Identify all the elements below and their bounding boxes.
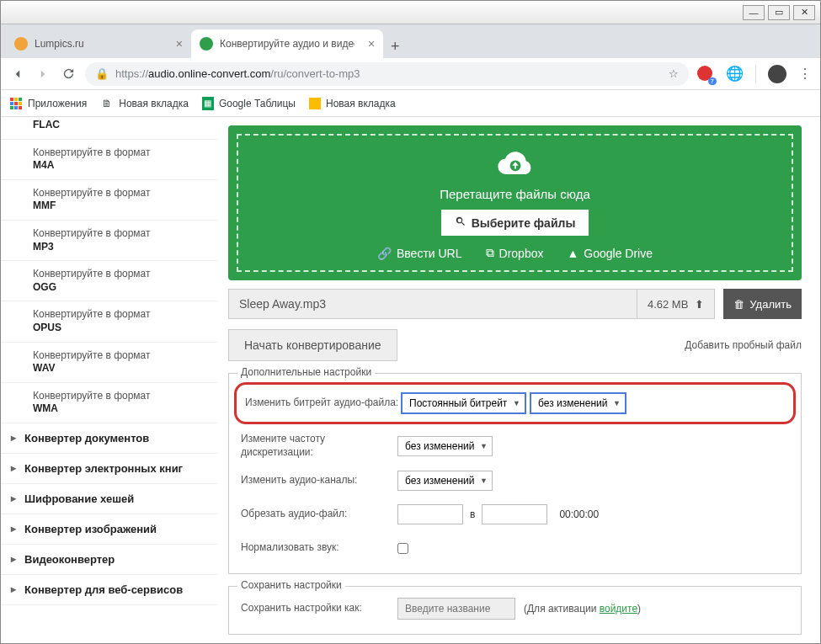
sidebar-cat-images[interactable]: Конвертер изображений — [1, 514, 218, 545]
profile-avatar[interactable] — [768, 65, 786, 83]
trim-end-input[interactable] — [482, 504, 547, 524]
channels-select[interactable]: без изменений — [397, 471, 493, 491]
upload-icon: ⬆ — [695, 298, 704, 311]
sidebar-cat-video[interactable]: Видеоконвертер — [1, 545, 218, 575]
add-test-file-link[interactable]: Добавить пробный файл — [685, 339, 802, 351]
link-label: Dropbox — [499, 247, 544, 260]
svg-rect-1 — [14, 98, 18, 101]
svg-rect-3 — [10, 102, 13, 105]
url-path: /ru/convert-to-mp3 — [270, 67, 360, 80]
bitrate-mode-select[interactable]: Постоянный битрейт — [402, 393, 525, 413]
bookmark-sheets[interactable]: ▦Google Таблицы — [202, 97, 296, 110]
url-protocol: https:// — [115, 67, 148, 80]
save-name-input[interactable] — [397, 598, 515, 620]
gdrive-link[interactable]: ▲Google Drive — [567, 246, 653, 260]
trim-start-input[interactable] — [397, 504, 463, 524]
fieldset-legend: Сохранить настройки — [237, 579, 345, 591]
close-tab-icon[interactable]: × — [176, 37, 183, 51]
sidebar-item-mmf[interactable]: Конвертируйте в форматMMF — [1, 180, 218, 221]
reload-button[interactable] — [60, 66, 77, 82]
svg-rect-5 — [19, 102, 22, 105]
bookmarks-bar: Приложения 🗎Новая вкладка ▦Google Таблиц… — [1, 90, 820, 117]
divider — [755, 65, 756, 83]
close-window-button[interactable]: ✕ — [793, 5, 815, 20]
dropzone-text: Перетащите файлы сюда — [247, 187, 783, 201]
back-button[interactable] — [9, 66, 26, 82]
sidebar-item-ogg[interactable]: Конвертируйте в форматOGG — [1, 261, 218, 301]
enter-url-link[interactable]: 🔗Ввести URL — [377, 246, 462, 260]
bookmark-label: Google Таблицы — [219, 98, 296, 109]
choose-files-button[interactable]: Выберите файлы — [441, 210, 589, 236]
sidebar-cat-documents[interactable]: Конвертер документов — [1, 423, 218, 454]
svg-rect-6 — [10, 106, 13, 109]
forward-button[interactable] — [35, 66, 51, 82]
generic-icon — [309, 98, 321, 109]
bitrate-label: Изменить битрейт аудио-файла: — [245, 397, 402, 410]
trim-separator: в — [470, 508, 475, 520]
highlight-annotation: Изменить битрейт аудио-файла: Постоянный… — [234, 382, 796, 424]
file-size: 4.62 MB⬆ — [637, 290, 714, 318]
activation-note: (Для активации войдите) — [524, 603, 641, 615]
svg-rect-0 — [10, 98, 13, 101]
dropzone[interactable]: Перетащите файлы сюда Выберите файлы 🔗Вв… — [228, 125, 802, 280]
dropbox-link[interactable]: ⧉Dropbox — [486, 246, 544, 260]
normalize-checkbox[interactable] — [397, 543, 408, 554]
channels-label: Изменить аудио-каналы: — [241, 474, 397, 487]
browser-tabs: Lumpics.ru × Конвертируйте аудио и видео… — [1, 24, 820, 58]
close-tab-icon[interactable]: × — [368, 37, 375, 51]
save-name-label: Сохранить настройки как: — [241, 602, 397, 615]
login-link[interactable]: войдите — [600, 603, 637, 615]
svg-rect-2 — [19, 98, 22, 101]
minimize-button[interactable]: — — [743, 5, 765, 20]
new-tab-button[interactable]: + — [383, 35, 407, 58]
apps-icon — [9, 97, 23, 110]
samplerate-select[interactable]: без изменений — [397, 436, 493, 456]
tab-title: Конвертируйте аудио и видео в — [220, 38, 355, 50]
bookmark-newtab1[interactable]: 🗎Новая вкладка — [100, 97, 189, 110]
trim-label: Обрезать аудио-файл: — [241, 508, 397, 521]
advanced-settings-fieldset: Дополнительные настройки Изменить битрей… — [228, 373, 802, 574]
bookmark-label: Новая вкладка — [119, 98, 189, 109]
sidebar-cat-web[interactable]: Конвертер для веб-сервисов — [1, 575, 218, 605]
sidebar-item-wma[interactable]: Конвертируйте в форматWMA — [1, 383, 218, 423]
bookmark-newtab2[interactable]: Новая вкладка — [309, 98, 396, 109]
browser-tab-convert[interactable]: Конвертируйте аудио и видео в × — [191, 29, 383, 58]
svg-rect-4 — [14, 102, 18, 105]
uploaded-file-row: Sleep Away.mp3 4.62 MB⬆ — [228, 289, 715, 319]
window-title-bar: — ▭ ✕ — [1, 1, 820, 24]
url-host: audio.online-convert.com — [148, 67, 270, 80]
delete-button[interactable]: 🗑Удалить — [723, 289, 802, 319]
tab-title: Lumpics.ru — [35, 38, 84, 50]
maximize-button[interactable]: ▭ — [768, 5, 790, 20]
link-icon: 🔗 — [377, 247, 392, 260]
lock-icon: 🔒 — [95, 67, 109, 80]
link-label: Google Drive — [584, 247, 653, 260]
url-input[interactable]: 🔒 https://audio.online-convert.com/ru/co… — [85, 62, 689, 86]
normalize-label: Нормализовать звук: — [241, 541, 397, 555]
main-content: Перетащите файлы сюда Выберите файлы 🔗Вв… — [218, 117, 820, 643]
bookmark-label: Новая вкладка — [326, 98, 396, 109]
sheets-icon: ▦ — [202, 97, 214, 110]
save-settings-fieldset: Сохранить настройки Сохранить настройки … — [228, 586, 802, 635]
fieldset-legend: Дополнительные настройки — [237, 366, 375, 378]
browser-tab-lumpics[interactable]: Lumpics.ru × — [6, 29, 191, 58]
extension-icon[interactable]: 7 — [697, 66, 714, 82]
samplerate-label: Измените частоту дискретизации: — [241, 433, 397, 459]
address-bar: 🔒 https://audio.online-convert.com/ru/co… — [1, 58, 820, 90]
menu-icon[interactable]: ⋮ — [798, 66, 812, 82]
sidebar-item-truncated[interactable]: FLAC — [1, 117, 218, 140]
start-convert-button[interactable]: Начать конвертирование — [228, 329, 397, 361]
sidebar-item-opus[interactable]: Конвертируйте в форматOPUS — [1, 301, 218, 342]
globe-icon[interactable]: 🌐 — [726, 65, 744, 82]
bookmark-apps[interactable]: Приложения — [9, 97, 87, 110]
cloud-upload-icon — [247, 149, 783, 182]
bitrate-value-select[interactable]: без изменений — [530, 393, 626, 413]
sidebar-cat-ebooks[interactable]: Конвертер электронных книг — [1, 454, 218, 484]
choose-label: Выберите файлы — [472, 216, 576, 230]
sidebar-item-wav[interactable]: Конвертируйте в форматWAV — [1, 343, 218, 383]
star-icon[interactable]: ☆ — [669, 67, 679, 80]
sidebar-item-m4a[interactable]: Конвертируйте в форматM4A — [1, 140, 218, 180]
trash-icon: 🗑 — [733, 298, 744, 311]
sidebar-item-mp3[interactable]: Конвертируйте в форматMP3 — [1, 221, 218, 261]
sidebar-cat-hash[interactable]: Шифрование хешей — [1, 484, 218, 514]
